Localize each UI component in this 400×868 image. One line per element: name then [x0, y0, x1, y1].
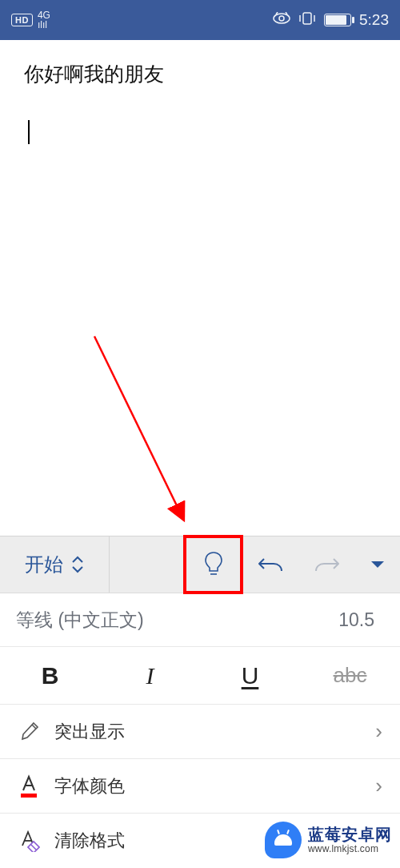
ribbon-more-button[interactable]	[355, 536, 400, 593]
highlighter-icon	[18, 721, 54, 743]
list-label: 清除格式	[54, 829, 125, 853]
watermark-url: www.lmkjst.com	[308, 844, 392, 855]
status-right: 5:23	[273, 11, 389, 30]
redo-icon	[314, 554, 340, 575]
watermark-title: 蓝莓安卓网	[308, 826, 392, 844]
underline-icon: U	[242, 662, 259, 689]
undo-icon	[258, 554, 283, 575]
italic-icon: I	[146, 662, 154, 689]
svg-point-1	[279, 16, 284, 21]
ribbon-spacer	[110, 536, 185, 593]
font-name: 等线 (中文正文)	[16, 608, 144, 633]
strikethrough-button[interactable]: abc	[300, 663, 400, 688]
highlight-row[interactable]: 突出显示 ›	[0, 705, 400, 759]
svg-rect-9	[21, 794, 37, 798]
font-size: 10.5	[338, 609, 374, 631]
redo-button[interactable]	[298, 536, 355, 593]
font-color-row[interactable]: 字体颜色 ›	[0, 759, 400, 814]
svg-point-0	[274, 14, 290, 23]
vibrate-icon	[298, 11, 316, 30]
watermark-text: 蓝莓安卓网 www.lmkjst.com	[308, 826, 392, 855]
watermark-logo-icon	[265, 822, 302, 858]
chevron-right-icon: ›	[375, 719, 382, 744]
tab-home-selector[interactable]: 开始	[0, 536, 110, 593]
clear-format-icon	[18, 830, 54, 852]
document-text[interactable]: 你好啊我的朋友	[24, 61, 376, 87]
style-row: B I U abc	[0, 647, 400, 705]
signal-4g-icon: 4Gılıl	[38, 10, 50, 30]
font-color-icon	[18, 774, 54, 798]
italic-button[interactable]: I	[100, 662, 200, 689]
bold-button[interactable]: B	[0, 662, 100, 689]
watermark: 蓝莓安卓网 www.lmkjst.com	[265, 822, 392, 858]
status-left: HD 4Gılıl	[11, 10, 50, 30]
svg-rect-4	[303, 13, 311, 24]
chevron-updown-icon	[71, 556, 84, 573]
chevron-right-icon: ›	[375, 774, 382, 798]
undo-button[interactable]	[242, 536, 298, 593]
status-bar: HD 4Gılıl 5:23	[0, 0, 400, 40]
font-selector-row[interactable]: 等线 (中文正文) 10.5	[0, 593, 400, 647]
ribbon-toolbar: 开始	[0, 536, 400, 593]
tab-label: 开始	[25, 552, 63, 577]
caret-down-icon	[370, 561, 385, 569]
tell-me-button[interactable]	[185, 536, 242, 593]
battery-icon	[324, 14, 351, 26]
underline-button[interactable]: U	[200, 662, 300, 689]
strike-icon: abc	[334, 663, 367, 688]
list-label: 突出显示	[54, 720, 125, 744]
list-label: 字体颜色	[54, 774, 125, 798]
clock-text: 5:23	[359, 11, 389, 29]
document-canvas[interactable]: 你好啊我的朋友	[0, 40, 400, 536]
bold-icon: B	[42, 662, 59, 689]
lightbulb-icon	[203, 551, 224, 578]
eye-icon	[273, 11, 290, 29]
text-cursor	[28, 120, 30, 144]
hd-badge-icon: HD	[11, 14, 33, 26]
